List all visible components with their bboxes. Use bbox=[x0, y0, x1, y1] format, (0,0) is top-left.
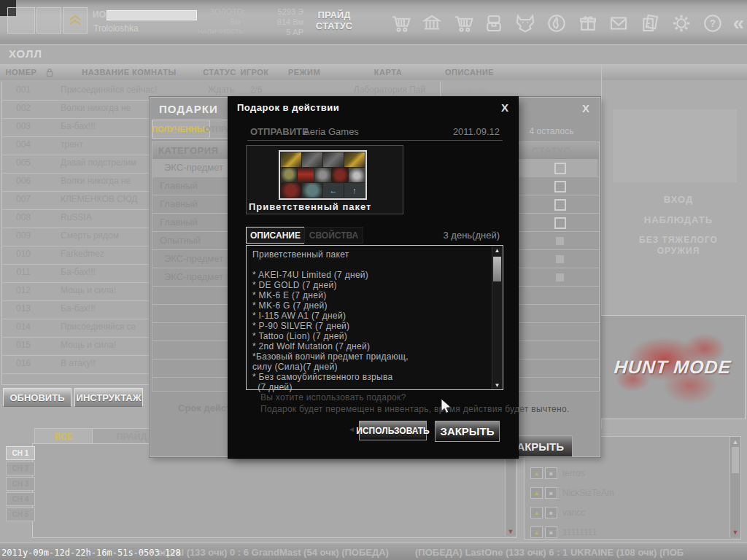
bank-icon[interactable] bbox=[421, 12, 443, 34]
room-name: Мощь и сила! bbox=[61, 285, 116, 295]
scroll-thumb[interactable] bbox=[493, 257, 501, 281]
chat-scroll-down-icon[interactable]: ▼ bbox=[506, 527, 516, 536]
player-list-scrollbar[interactable]: ▲ ▼ bbox=[729, 437, 740, 537]
gift-status-checkbox[interactable] bbox=[554, 163, 566, 174]
room-number: 005 bbox=[2, 158, 44, 168]
inventory-icon[interactable] bbox=[483, 12, 505, 34]
enter-room-button[interactable]: ВХОД bbox=[635, 194, 722, 205]
player-row[interactable]: ▲ ■ terros bbox=[530, 466, 585, 481]
player-scroll-up-icon[interactable]: ▲ bbox=[730, 438, 740, 446]
player-row[interactable]: ▲ ■ NickSizTeAm bbox=[530, 486, 614, 500]
item-wolf-figure-icon bbox=[302, 183, 322, 198]
gift-category: ЭКС-предмет bbox=[164, 162, 223, 173]
player-scroll-down-icon[interactable]: ▼ bbox=[730, 528, 740, 537]
player-scroll-thumb[interactable] bbox=[732, 447, 739, 473]
confirm-question: Вы хотите использовать подарок? bbox=[260, 392, 406, 402]
room-name: Мощь и сила! bbox=[61, 340, 116, 350]
room-number: 004 bbox=[2, 139, 44, 149]
use-gift-button[interactable]: ИСПОЛЬЗОВАТЬ bbox=[359, 421, 427, 440]
refresh-button[interactable]: ОБНОВИТЬ bbox=[3, 388, 71, 407]
column-header-lock[interactable] bbox=[42, 64, 58, 80]
player-badge-icon: ■ bbox=[545, 487, 557, 499]
timestamp: 2011y-09m-12d-22h-16m-51s-0503-128 bbox=[1, 548, 181, 558]
column-header-status[interactable]: СТАТУС bbox=[201, 64, 239, 80]
gift-status-checkbox[interactable] bbox=[554, 199, 566, 211]
vm-label: Вм : bbox=[188, 18, 245, 26]
chat-tab-all[interactable]: ВСЕ bbox=[34, 428, 93, 444]
item-arrow-left-icon: ← bbox=[323, 183, 344, 198]
channel-button-1[interactable]: CH 1 bbox=[6, 446, 35, 460]
spectate-button[interactable]: НАБЛЮДАТЬ bbox=[627, 214, 729, 225]
market-cart-icon[interactable] bbox=[452, 12, 474, 34]
avatar-slot[interactable] bbox=[7, 7, 35, 34]
gifts-window-title: ПОДАРКИ bbox=[159, 103, 218, 115]
gifts-status-header: СТАТУС bbox=[532, 145, 570, 156]
wolf-icon[interactable] bbox=[514, 12, 536, 34]
room-name: Farkedmez bbox=[61, 249, 104, 259]
hunt-mode-banner: HUNT MODE bbox=[600, 315, 746, 419]
cash-value: 5 АР bbox=[254, 28, 303, 36]
mouse-cursor bbox=[441, 398, 452, 416]
gift-status-checkbox[interactable] bbox=[554, 217, 566, 229]
column-header-mode[interactable]: РЕЖИМ bbox=[271, 64, 338, 80]
card-icon[interactable] bbox=[639, 12, 661, 34]
channel-button-4[interactable]: CH 4 bbox=[6, 492, 35, 506]
flame-icon[interactable] bbox=[546, 12, 568, 34]
item-wolf-jaws-icon bbox=[349, 168, 365, 182]
room-players: 2/6 bbox=[239, 85, 274, 95]
description-line bbox=[252, 260, 488, 270]
gift-status-checkbox[interactable] bbox=[554, 181, 566, 192]
column-header-number[interactable]: НОМЕР bbox=[0, 64, 43, 80]
player-name: vancc bbox=[562, 508, 585, 518]
description-box[interactable]: Приветственный пакет * AKEI-74U Limited … bbox=[246, 245, 503, 390]
clan-emblem-slot[interactable] bbox=[36, 7, 61, 34]
confirm-note: Подарок будет перемещен в инвентарь, вре… bbox=[260, 404, 570, 414]
scroll-down-icon[interactable]: ▼ bbox=[492, 382, 502, 389]
channel-button-3[interactable]: CH 3 bbox=[6, 477, 35, 491]
description-scrollbar[interactable]: ▲ ▼ bbox=[492, 246, 502, 389]
briefing-button[interactable]: ИНСТРУКТАЖ bbox=[74, 388, 143, 407]
settings-gear-icon[interactable] bbox=[670, 12, 692, 34]
channel-button-2[interactable]: CH 2 bbox=[6, 462, 35, 475]
player-row[interactable]: ▲ ■ 11111111 bbox=[530, 525, 597, 540]
gift-status-checkbox[interactable] bbox=[556, 255, 564, 263]
player-row[interactable]: ▲ ■ vancc bbox=[530, 505, 585, 520]
mail-icon[interactable] bbox=[608, 12, 630, 34]
column-header-player[interactable]: ИГРОК bbox=[238, 64, 272, 80]
room-name: трент bbox=[61, 139, 83, 149]
gift-status-checkbox[interactable] bbox=[556, 237, 564, 245]
shop-cart-icon[interactable] bbox=[390, 12, 411, 34]
match-result-ticker: erpral (133 очк) 0 : 6 GrandMast (54 очк… bbox=[158, 547, 747, 558]
channel-button-5[interactable]: CH 5 bbox=[6, 508, 35, 521]
collapse-arrows-icon[interactable]: « bbox=[732, 12, 744, 34]
vm-value: 814 Вм bbox=[254, 18, 303, 26]
room-name: Присоединяйся се bbox=[61, 322, 136, 332]
top-bar: ИО Trololoshka ЗОЛОТО: Вм : НАЛИЧНОСТЬ: … bbox=[0, 0, 747, 44]
gifts-close-icon[interactable]: X bbox=[582, 102, 589, 114]
item-wolf-pelt-icon bbox=[314, 168, 330, 182]
gifts-tab-received[interactable]: ПОЛУЧЕННЫЕ bbox=[152, 120, 210, 139]
gift-duration: 3 день(дней) bbox=[412, 230, 500, 241]
room-number: 014 bbox=[2, 322, 44, 332]
modal-close-icon[interactable]: X bbox=[501, 101, 508, 114]
tab-properties[interactable]: СВОЙСТВА bbox=[304, 227, 363, 244]
gift-icon[interactable] bbox=[577, 12, 599, 34]
help-icon[interactable]: ? bbox=[702, 12, 724, 34]
room-number: 006 bbox=[2, 176, 44, 186]
column-header-room-name[interactable]: НАЗВАНИЕ КОМНАТЫ bbox=[57, 64, 202, 80]
column-header-map[interactable]: КАРТА bbox=[337, 64, 440, 80]
pride-status-button[interactable]: ПРАЙД СТАТУС bbox=[309, 9, 359, 31]
gift-category: Опытный bbox=[160, 235, 201, 246]
gift-item-grid: ← ↑ bbox=[279, 150, 367, 200]
room-map: Лаборатория Пай bbox=[338, 85, 441, 95]
gift-status-checkbox[interactable] bbox=[556, 273, 564, 281]
modal-close-button[interactable]: ЗАКРЫТЬ bbox=[435, 421, 500, 442]
tab-description[interactable]: ОПИСАНИЕ bbox=[246, 227, 305, 244]
room-status: Ждать bbox=[202, 85, 240, 95]
header-filler bbox=[601, 64, 747, 80]
description-line: * MK-6 E (7 дней) bbox=[252, 290, 488, 300]
player-name: terros bbox=[562, 468, 585, 478]
scroll-up-icon[interactable]: ▲ bbox=[492, 247, 502, 254]
gift-date: 2011.09.12 bbox=[419, 126, 500, 137]
gift-category: Главный bbox=[160, 198, 198, 209]
